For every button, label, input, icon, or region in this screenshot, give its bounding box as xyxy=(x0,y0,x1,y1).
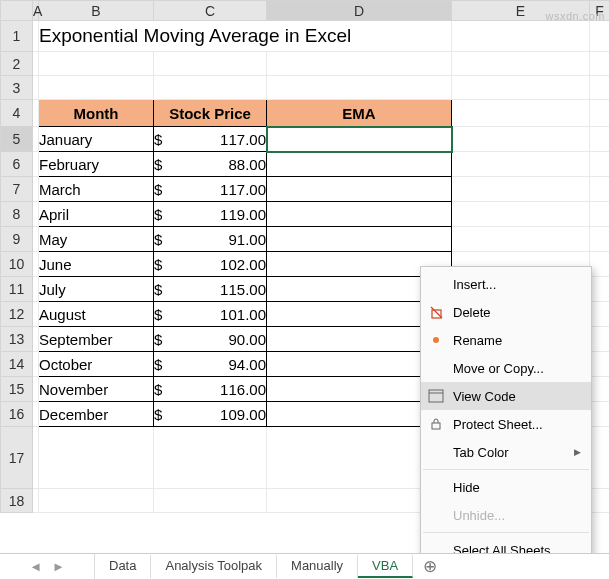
cell-month[interactable]: July xyxy=(39,277,154,302)
ctx-insert[interactable]: Insert... xyxy=(421,270,591,298)
cell-price[interactable]: $90.00 xyxy=(154,327,267,352)
ctx-move-copy[interactable]: Move or Copy... xyxy=(421,354,591,382)
row-header-17[interactable]: 17 xyxy=(1,427,33,489)
cell-price[interactable]: $119.00 xyxy=(154,202,267,227)
cell-price[interactable]: $116.00 xyxy=(154,377,267,402)
view-code-icon xyxy=(425,387,447,405)
svg-line-1 xyxy=(431,307,442,318)
ctx-hide[interactable]: Hide xyxy=(421,473,591,501)
move-copy-icon xyxy=(425,359,447,377)
tab-next-icon[interactable]: ► xyxy=(52,559,65,574)
table-header-month: Month xyxy=(39,100,154,127)
cell-month[interactable]: January xyxy=(39,127,154,152)
table-header-ema: EMA xyxy=(267,100,452,127)
cell-price[interactable]: $102.00 xyxy=(154,252,267,277)
ctx-separator xyxy=(423,469,589,470)
cell-price[interactable]: $117.00 xyxy=(154,127,267,152)
ctx-insert-label: Insert... xyxy=(453,277,581,292)
col-header-b[interactable]: B xyxy=(39,1,154,21)
cell-price[interactable]: $115.00 xyxy=(154,277,267,302)
new-sheet-button[interactable]: ⊕ xyxy=(413,556,447,577)
page-title: Exponential Moving Average in Excel xyxy=(39,21,452,52)
ctx-separator xyxy=(423,532,589,533)
ctx-protect[interactable]: Protect Sheet... xyxy=(421,410,591,438)
sheet-tab[interactable]: Data xyxy=(95,555,151,578)
row-header-7[interactable]: 7 xyxy=(1,177,33,202)
cell-month[interactable]: February xyxy=(39,152,154,177)
row-header-15[interactable]: 15 xyxy=(1,377,33,402)
col-header-a[interactable]: A xyxy=(33,1,39,21)
row-header-16[interactable]: 16 xyxy=(1,402,33,427)
cell-ema[interactable] xyxy=(267,227,452,252)
chevron-right-icon: ▶ xyxy=(574,447,581,457)
ctx-rename[interactable]: Rename xyxy=(421,326,591,354)
cell-ema[interactable] xyxy=(267,127,452,152)
table-header-price: Stock Price xyxy=(154,100,267,127)
sheet-tab[interactable]: Analysis Toolpak xyxy=(151,555,277,578)
row-header-10[interactable]: 10 xyxy=(1,252,33,277)
ctx-tab-color[interactable]: Tab Color ▶ xyxy=(421,438,591,466)
cell-price[interactable]: $94.00 xyxy=(154,352,267,377)
unhide-icon xyxy=(425,506,447,524)
tab-prev-icon[interactable]: ◄ xyxy=(29,559,42,574)
row-header-4[interactable]: 4 xyxy=(1,100,33,127)
cell-price[interactable]: $101.00 xyxy=(154,302,267,327)
ctx-hide-label: Hide xyxy=(453,480,581,495)
ctx-protect-label: Protect Sheet... xyxy=(453,417,581,432)
row-header-3[interactable]: 3 xyxy=(1,76,33,100)
row-header-6[interactable]: 6 xyxy=(1,152,33,177)
select-all-corner[interactable] xyxy=(1,1,33,21)
rename-icon xyxy=(425,331,447,349)
ctx-view-code-label: View Code xyxy=(453,389,581,404)
cell-month[interactable]: April xyxy=(39,202,154,227)
tab-color-icon xyxy=(425,443,447,461)
cell-price[interactable]: $88.00 xyxy=(154,152,267,177)
delete-icon xyxy=(425,303,447,321)
col-header-d[interactable]: D xyxy=(267,1,452,21)
svg-rect-2 xyxy=(429,390,443,402)
cell-month[interactable]: August xyxy=(39,302,154,327)
cell-ema[interactable] xyxy=(267,202,452,227)
col-header-c[interactable]: C xyxy=(154,1,267,21)
ctx-move-copy-label: Move or Copy... xyxy=(453,361,581,376)
svg-rect-0 xyxy=(432,310,441,318)
cell-ema[interactable] xyxy=(267,152,452,177)
row-header-11[interactable]: 11 xyxy=(1,277,33,302)
ctx-rename-label: Rename xyxy=(453,333,581,348)
ctx-view-code[interactable]: View Code xyxy=(421,382,591,410)
row-header-2[interactable]: 2 xyxy=(1,52,33,76)
protect-icon xyxy=(425,415,447,433)
tab-context-menu: Insert... Delete Rename Move or Copy... … xyxy=(420,266,592,568)
watermark: wsxdn.com xyxy=(545,10,605,22)
hide-icon xyxy=(425,478,447,496)
row-header-1[interactable]: 1 xyxy=(1,21,33,52)
row-header-8[interactable]: 8 xyxy=(1,202,33,227)
ctx-tab-color-label: Tab Color xyxy=(453,445,568,460)
cell-month[interactable]: December xyxy=(39,402,154,427)
cell-month[interactable]: March xyxy=(39,177,154,202)
insert-icon xyxy=(425,275,447,293)
sheet-tab[interactable]: Manually xyxy=(277,555,358,578)
cell-month[interactable]: October xyxy=(39,352,154,377)
tab-nav-buttons[interactable]: ◄ ► xyxy=(0,554,95,579)
row-header-18[interactable]: 18 xyxy=(1,489,33,513)
cell-month[interactable]: June xyxy=(39,252,154,277)
cell-price[interactable]: $117.00 xyxy=(154,177,267,202)
ctx-unhide: Unhide... xyxy=(421,501,591,529)
sheet-tab[interactable]: VBA xyxy=(358,555,413,578)
cell-ema[interactable] xyxy=(267,177,452,202)
row-header-14[interactable]: 14 xyxy=(1,352,33,377)
row-header-12[interactable]: 12 xyxy=(1,302,33,327)
row-header-5[interactable]: 5 xyxy=(1,127,33,152)
row-header-9[interactable]: 9 xyxy=(1,227,33,252)
ctx-unhide-label: Unhide... xyxy=(453,508,581,523)
cell-price[interactable]: $91.00 xyxy=(154,227,267,252)
ctx-delete[interactable]: Delete xyxy=(421,298,591,326)
cell-month[interactable]: November xyxy=(39,377,154,402)
cell-month[interactable]: September xyxy=(39,327,154,352)
cell-price[interactable]: $109.00 xyxy=(154,402,267,427)
ctx-delete-label: Delete xyxy=(453,305,581,320)
cell-month[interactable]: May xyxy=(39,227,154,252)
row-header-13[interactable]: 13 xyxy=(1,327,33,352)
sheet-tab-strip: ◄ ► DataAnalysis ToolpakManuallyVBA ⊕ xyxy=(0,553,609,579)
